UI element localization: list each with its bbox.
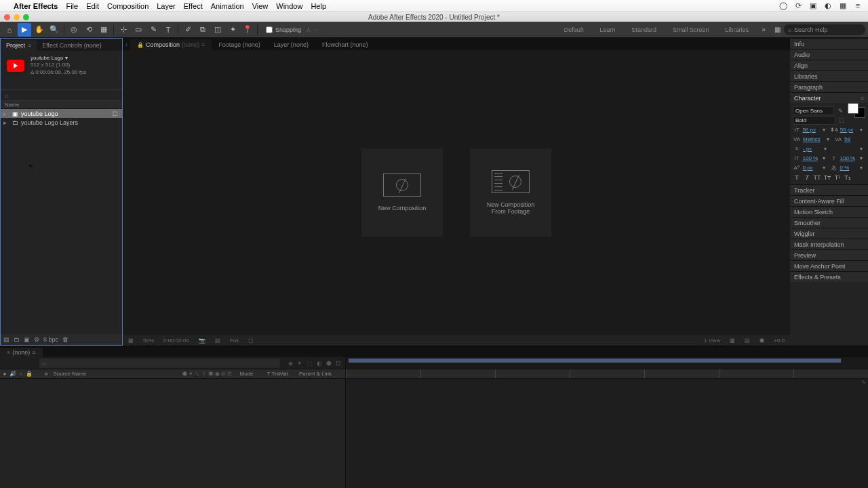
brush-tool[interactable]: ✐ bbox=[181, 23, 195, 37]
lock-icon[interactable]: 🔒 bbox=[137, 42, 144, 48]
italic-button[interactable]: T bbox=[803, 174, 811, 182]
eraser-tool[interactable]: ◫ bbox=[211, 23, 224, 37]
font-family-select[interactable]: Open Sans bbox=[793, 106, 834, 115]
project-settings-icon[interactable]: ⚙ bbox=[34, 336, 39, 343]
status-icon[interactable]: ▣ bbox=[808, 1, 818, 10]
work-area-bar[interactable] bbox=[349, 359, 841, 363]
tl-icon[interactable]: ◈ bbox=[288, 360, 293, 367]
tl-icon[interactable]: ⊡ bbox=[336, 360, 341, 367]
workspace-libraries[interactable]: Libraries bbox=[717, 22, 757, 37]
snapshot-icon[interactable]: 📷 bbox=[199, 338, 205, 344]
workspace-learn[interactable]: Learn bbox=[591, 22, 623, 37]
snapping-checkbox[interactable] bbox=[266, 26, 273, 33]
hand-tool[interactable]: ✋ bbox=[33, 23, 46, 37]
allcaps-button[interactable]: TT bbox=[813, 174, 821, 182]
color-swatches[interactable] bbox=[848, 103, 865, 118]
project-search[interactable]: ⌕ bbox=[1, 89, 122, 101]
lock-col-icon[interactable]: 🔒 bbox=[26, 371, 33, 377]
channel-icon[interactable]: ▤ bbox=[215, 338, 220, 344]
tracking[interactable]: 58 bbox=[844, 136, 861, 142]
col-label[interactable]: # bbox=[45, 371, 47, 377]
panel-content-aware-fill[interactable]: Content-Aware Fill bbox=[790, 195, 868, 206]
col-parent[interactable]: Parent & Link bbox=[299, 371, 332, 377]
viewer-toggle-icon[interactable]: ‹ bbox=[123, 39, 130, 50]
col-mode[interactable]: Mode bbox=[240, 371, 254, 377]
font-weight-select[interactable]: Bold bbox=[793, 116, 835, 125]
tab-project[interactable]: Project≡ bbox=[1, 40, 37, 51]
panel-align[interactable]: Align bbox=[790, 60, 868, 70]
hscale[interactable]: 100 % bbox=[840, 155, 856, 161]
workspace-smallscreen[interactable]: Small Screen bbox=[665, 22, 717, 37]
tl-icon[interactable]: ◐ bbox=[317, 360, 322, 367]
tab-footage[interactable]: Footage (none) bbox=[212, 39, 267, 50]
snapping-options-icon[interactable]: ⅄ ⋯ bbox=[307, 26, 319, 33]
panel-character[interactable]: Character≡ bbox=[790, 92, 868, 103]
panel-tracker[interactable]: Tracker bbox=[790, 184, 868, 195]
panel-audio[interactable]: Audio bbox=[790, 49, 868, 60]
visibility-col-icon[interactable]: ● bbox=[1, 371, 8, 377]
tab-composition[interactable]: 🔒 Composition (none) ≡ bbox=[130, 39, 212, 50]
tsume[interactable]: 0 % bbox=[840, 165, 856, 171]
workspace-default[interactable]: Default bbox=[556, 22, 592, 37]
workspace-standard[interactable]: Standard bbox=[623, 22, 665, 37]
menu-effect[interactable]: Effect bbox=[184, 2, 203, 10]
smallcaps-button[interactable]: Tᴛ bbox=[823, 174, 831, 182]
audio-col-icon[interactable]: 🔊 bbox=[9, 371, 16, 377]
bold-button[interactable]: T bbox=[793, 174, 801, 182]
panel-motion-sketch[interactable]: Motion Sketch bbox=[790, 206, 868, 217]
help-search[interactable]: ⌕ Search Help bbox=[784, 24, 865, 35]
view-count[interactable]: 1 View bbox=[704, 338, 720, 344]
zoom-button[interactable] bbox=[23, 14, 29, 20]
3d-icon[interactable]: ⬢ bbox=[760, 338, 764, 344]
timeline-search[interactable]: ⌕ bbox=[39, 359, 280, 368]
font-size[interactable]: 56 px bbox=[802, 127, 818, 133]
swap-colors-icon[interactable]: ⬚ bbox=[837, 117, 846, 123]
interpret-footage-icon[interactable]: ▤ bbox=[3, 336, 9, 343]
menu-animation[interactable]: Animation bbox=[211, 2, 244, 10]
menu-composition[interactable]: Composition bbox=[107, 2, 149, 10]
item-tag-icon[interactable]: ⬚ bbox=[113, 110, 119, 117]
solo-col-icon[interactable]: ○ bbox=[18, 371, 24, 377]
mask-icon[interactable]: ▤ bbox=[745, 338, 750, 344]
project-column-header[interactable]: Name bbox=[1, 101, 122, 109]
bit-depth[interactable]: 8 bpc bbox=[43, 336, 58, 343]
home-tool[interactable]: ⌂ bbox=[3, 23, 16, 37]
panel-preview[interactable]: Preview bbox=[790, 249, 868, 260]
col-source-name[interactable]: Source Name bbox=[53, 371, 86, 377]
clone-tool[interactable]: ⧉ bbox=[196, 23, 210, 37]
disclosure-icon[interactable]: ▸ bbox=[3, 119, 9, 126]
vscale[interactable]: 100 % bbox=[803, 155, 818, 161]
subscript-button[interactable]: T₁ bbox=[844, 174, 852, 182]
baseline[interactable]: 0 px bbox=[803, 165, 818, 171]
scroll-corner-icon[interactable]: ⤡ bbox=[861, 379, 868, 386]
minimize-button[interactable] bbox=[14, 14, 20, 20]
tab-effect-controls[interactable]: Effect Controls (none) bbox=[37, 40, 106, 51]
anchor-tool[interactable]: ⊹ bbox=[117, 23, 130, 37]
time-ruler[interactable] bbox=[346, 369, 868, 379]
new-comp-from-footage-card[interactable]: New Composition From Footage bbox=[470, 148, 551, 237]
menu-help[interactable]: Help bbox=[311, 2, 326, 10]
zoom-level[interactable]: 50% bbox=[143, 338, 154, 344]
panel-effects-presets[interactable]: Effects & Presets bbox=[790, 271, 868, 282]
stroke-width[interactable]: - px bbox=[803, 146, 819, 152]
rotate-tool[interactable]: ⟲ bbox=[82, 23, 96, 37]
selection-tool[interactable]: ▶ bbox=[18, 23, 31, 37]
col-trkmat[interactable]: T TrkMat bbox=[267, 371, 288, 377]
status-icon[interactable]: ≡ bbox=[853, 1, 863, 10]
menu-edit[interactable]: Edit bbox=[86, 2, 99, 10]
panel-paragraph[interactable]: Paragraph bbox=[790, 81, 868, 92]
orbit-tool[interactable]: ◎ bbox=[67, 23, 81, 37]
roto-tool[interactable]: ✦ bbox=[226, 23, 239, 37]
new-composition-card[interactable]: New Composition bbox=[361, 148, 443, 237]
grid-icon[interactable]: ▦ bbox=[730, 338, 735, 344]
panel-smoother[interactable]: Smoother bbox=[790, 217, 868, 228]
viewer-toggle-alpha-icon[interactable]: ▦ bbox=[128, 338, 134, 344]
snapping-toggle[interactable]: Snapping ⅄ ⋯ bbox=[266, 26, 319, 33]
roi-icon[interactable]: ▢ bbox=[248, 338, 254, 344]
tl-icon[interactable]: ✦ bbox=[297, 360, 302, 367]
leading[interactable]: 56 px bbox=[840, 127, 856, 133]
panel-libraries[interactable]: Libraries bbox=[790, 70, 868, 81]
shape-tool[interactable]: ▭ bbox=[132, 23, 145, 37]
tab-layer[interactable]: Layer (none) bbox=[267, 39, 315, 50]
superscript-button[interactable]: T¹ bbox=[833, 174, 842, 182]
